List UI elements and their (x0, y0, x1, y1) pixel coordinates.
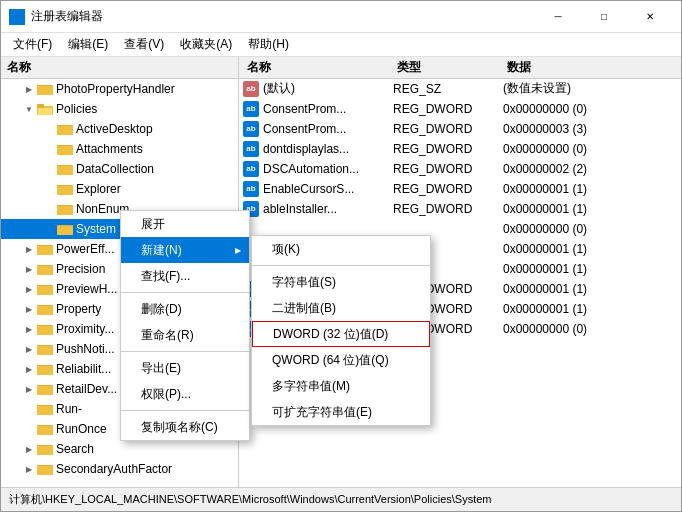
folder-icon (37, 241, 53, 257)
tree-arrow: ▶ (21, 301, 37, 317)
tree-item-datacollection[interactable]: ▶ DataCollection (1, 159, 238, 179)
tree-arrow: ▶ (21, 381, 37, 397)
ctx-find[interactable]: 查找(F)... (121, 263, 249, 289)
tree-arrow: ▶ (21, 461, 37, 477)
ctx-rename-label: 重命名(R) (141, 327, 194, 344)
svg-rect-60 (37, 446, 53, 455)
table-row[interactable]: ab ConsentProm... REG_DWORD 0x00000000 (… (239, 99, 681, 119)
menu-file[interactable]: 文件(F) (5, 34, 60, 55)
folder-icon (37, 341, 53, 357)
menu-view[interactable]: 查看(V) (116, 34, 172, 55)
tree-label: System (76, 222, 116, 236)
svg-rect-3 (18, 18, 25, 25)
regicon-dword: ab (243, 121, 259, 137)
folder-icon (57, 141, 73, 157)
folder-icon (57, 121, 73, 137)
tree-label: PowerEff... (56, 242, 114, 256)
table-row[interactable]: ab (默认) REG_SZ (数值未设置) (239, 79, 681, 99)
tree-item-activedesktop[interactable]: ▶ ActiveDesktop (1, 119, 238, 139)
regicon-ab: ab (243, 81, 259, 97)
svg-rect-48 (37, 366, 53, 375)
sub-key[interactable]: 项(K) (252, 236, 430, 262)
tree-arrow: ▶ (21, 361, 37, 377)
tree-label: Proximity... (56, 322, 114, 336)
cell-type: REG_DWORD (389, 202, 499, 216)
tree-label: ActiveDesktop (76, 122, 153, 136)
ctx-export[interactable]: 导出(E) (121, 355, 249, 381)
cell-data: 0x00000002 (2) (499, 162, 681, 176)
tree-label: RunOnce (56, 422, 107, 436)
tree-arrow: ▶ (21, 81, 37, 97)
menu-help[interactable]: 帮助(H) (240, 34, 297, 55)
regicon-dword: ab (243, 101, 259, 117)
tree-label: Search (56, 442, 94, 456)
tree-header: 名称 (1, 57, 238, 79)
sub-multistring[interactable]: 多字符串值(M) (252, 373, 430, 399)
sub-qword[interactable]: QWORD (64 位)值(Q) (252, 347, 430, 373)
ctx-new-label: 新建(N) (141, 242, 182, 259)
ctx-copykey-label: 复制项名称(C) (141, 419, 218, 436)
menu-favorites[interactable]: 收藏夹(A) (172, 34, 240, 55)
submenu-arrow-icon: ▶ (235, 246, 241, 255)
sub-expandstr-label: 可扩充字符串值(E) (272, 404, 372, 421)
col-header-data: 数据 (499, 59, 681, 76)
table-row[interactable]: ab DSCAutomation... REG_DWORD 0x00000002… (239, 159, 681, 179)
window-title: 注册表编辑器 (31, 8, 535, 25)
folder-icon (37, 281, 53, 297)
folder-icon (57, 201, 73, 217)
table-row[interactable]: ab dontdisplaylas... REG_DWORD 0x0000000… (239, 139, 681, 159)
tree-arrow: ▶ (21, 241, 37, 257)
folder-icon-open (37, 101, 53, 117)
svg-rect-6 (37, 86, 53, 95)
ctx-permissions-label: 权限(P)... (141, 386, 191, 403)
svg-rect-33 (37, 266, 53, 275)
cell-type: REG_DWORD (389, 182, 499, 196)
sub-binaryval[interactable]: 二进制值(B) (252, 295, 430, 321)
maximize-button[interactable]: □ (581, 1, 627, 33)
table-row[interactable]: ab ConsentProm... REG_DWORD 0x00000003 (… (239, 119, 681, 139)
folder-icon (37, 421, 53, 437)
value-name: DSCAutomation... (263, 162, 359, 176)
ctx-rename[interactable]: 重命名(R) (121, 322, 249, 348)
title-bar: 注册表编辑器 ─ □ ✕ (1, 1, 681, 33)
regicon-dword: ab (243, 181, 259, 197)
tree-arrow: ▶ (21, 321, 37, 337)
tree-item-explorer[interactable]: ▶ Explorer (1, 179, 238, 199)
submenu: 项(K) 字符串值(S) 二进制值(B) DWORD (32 位)值(D) QW… (251, 235, 431, 426)
svg-rect-27 (57, 226, 73, 235)
ctx-copykey[interactable]: 复制项名称(C) (121, 414, 249, 440)
svg-rect-12 (57, 126, 73, 135)
folder-icon (37, 321, 53, 337)
tree-item-secondaryauth[interactable]: ▶ SecondaryAuthFactor (1, 459, 238, 479)
cell-data: 0x00000000 (0) (499, 102, 681, 116)
ctx-new[interactable]: 新建(N) ▶ (121, 237, 249, 263)
ctx-expand[interactable]: 展开 (121, 211, 249, 237)
menu-edit[interactable]: 编辑(E) (60, 34, 116, 55)
regicon-dword: ab (243, 161, 259, 177)
close-button[interactable]: ✕ (627, 1, 673, 33)
col-header-type: 类型 (389, 59, 499, 76)
tree-label: RetailDev... (56, 382, 117, 396)
cell-name: ab ConsentProm... (239, 101, 389, 117)
svg-rect-1 (18, 9, 25, 16)
tree-arrow: ▶ (21, 261, 37, 277)
tree-item-photoproperty[interactable]: ▶ PhotoPropertyHandler (1, 79, 238, 99)
col-header-name: 名称 (239, 59, 389, 76)
ctx-delete[interactable]: 删除(D) (121, 296, 249, 322)
tree-item-attachments[interactable]: ▶ Attachments (1, 139, 238, 159)
sub-expandstr[interactable]: 可扩充字符串值(E) (252, 399, 430, 425)
minimize-button[interactable]: ─ (535, 1, 581, 33)
tree-item-policies[interactable]: ▼ Policies (1, 99, 238, 119)
svg-rect-9 (38, 108, 52, 115)
sub-stringval[interactable]: 字符串值(S) (252, 269, 430, 295)
tree-arrow: ▼ (21, 101, 37, 117)
cell-type: REG_DWORD (389, 102, 499, 116)
tree-item-search[interactable]: ▶ Search (1, 439, 238, 459)
cell-data: 0x00000001 (1) (499, 182, 681, 196)
sub-dword[interactable]: DWORD (32 位)值(D) (252, 321, 430, 347)
status-bar: 计算机\HKEY_LOCAL_MACHINE\SOFTWARE\Microsof… (1, 487, 681, 511)
table-row[interactable]: ab EnableCursorS... REG_DWORD 0x00000001… (239, 179, 681, 199)
ctx-permissions[interactable]: 权限(P)... (121, 381, 249, 407)
value-name: ConsentProm... (263, 122, 346, 136)
table-row[interactable]: ab ableInstaller... REG_DWORD 0x00000001… (239, 199, 681, 219)
